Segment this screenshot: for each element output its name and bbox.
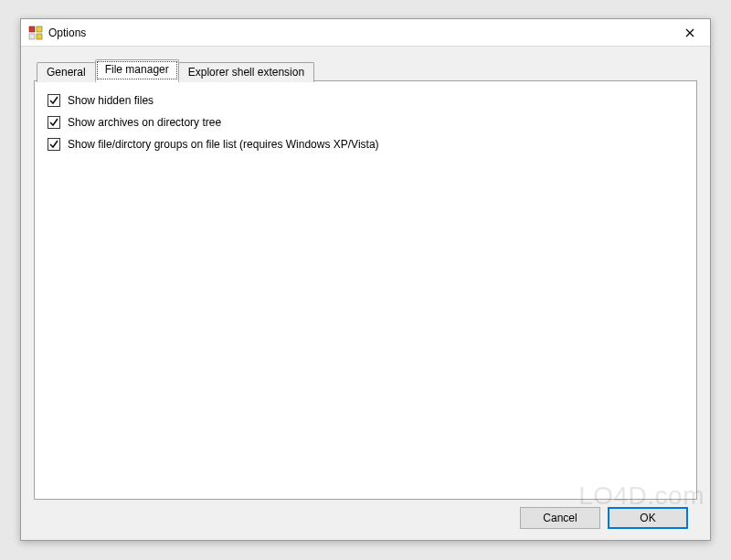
tab-general[interactable]: General <box>37 62 96 82</box>
titlebar: Options <box>21 19 710 47</box>
svg-rect-3 <box>29 34 35 39</box>
label-show-hidden: Show hidden files <box>68 94 154 107</box>
svg-rect-2 <box>37 34 42 39</box>
options-dialog: Options General File manager Explorer sh… <box>20 18 711 541</box>
cancel-button[interactable]: Cancel <box>520 507 600 529</box>
tab-panel-file-manager: Show hidden files Show archives on direc… <box>34 80 697 500</box>
option-row-show-archives: Show archives on directory tree <box>48 116 683 129</box>
tabstrip: General File manager Explorer shell exte… <box>34 59 697 81</box>
checkbox-show-archives[interactable] <box>48 116 60 129</box>
label-show-archives: Show archives on directory tree <box>68 116 221 129</box>
label-show-groups: Show file/dirctory groups on file list (… <box>68 138 379 151</box>
app-icon <box>28 26 43 40</box>
close-button[interactable] <box>670 19 710 46</box>
checkbox-show-groups[interactable] <box>48 138 60 151</box>
window-title: Options <box>48 26 670 39</box>
client-area: General File manager Explorer shell exte… <box>21 47 710 540</box>
close-icon <box>685 25 694 41</box>
option-row-show-groups: Show file/dirctory groups on file list (… <box>48 138 683 151</box>
svg-rect-1 <box>37 26 42 32</box>
checkbox-show-hidden[interactable] <box>48 94 60 107</box>
svg-rect-0 <box>29 26 35 32</box>
tab-explorer-shell-extension[interactable]: Explorer shell extension <box>178 62 314 82</box>
option-row-show-hidden: Show hidden files <box>48 94 683 107</box>
dialog-button-row: Cancel OK <box>34 507 697 529</box>
tab-file-manager[interactable]: File manager <box>95 59 179 81</box>
ok-button[interactable]: OK <box>608 507 688 529</box>
